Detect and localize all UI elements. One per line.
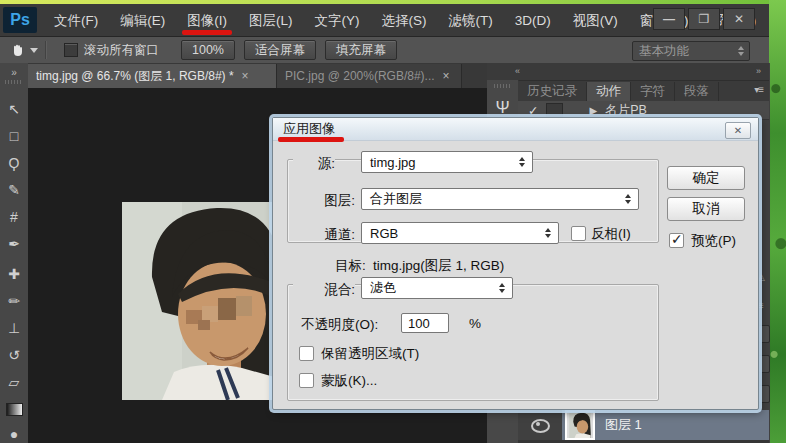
panel-edge-button[interactable]	[758, 325, 770, 343]
eraser-tool[interactable]: ▱	[0, 369, 28, 395]
menu-file[interactable]: 文件(F)	[43, 5, 109, 36]
healing-brush-tool[interactable]: ✚	[0, 261, 28, 287]
apply-image-dialog: 应用图像 ✕ 源: timg.jpg 图层: 合并图层 通道: RGB 反相(I…	[272, 117, 759, 410]
layer-visibility-cell[interactable]	[518, 410, 562, 441]
gradient-swatch-icon	[6, 403, 23, 416]
history-brush-tool[interactable]: ↺	[0, 342, 28, 368]
tab-close-icon[interactable]: ×	[443, 69, 450, 83]
document-photo	[122, 202, 285, 400]
dialog-title: 应用图像	[283, 120, 335, 138]
panel-dock-header: « »	[487, 63, 769, 81]
tab-title: PIC.jpg @ 200%(RGB/8#)...	[285, 69, 435, 83]
mask-label: 蒙版(K)...	[321, 372, 377, 390]
collapse-arrows-icon: »	[11, 67, 17, 78]
menu-filter[interactable]: 滤镜(T)	[438, 5, 504, 36]
target-label: 目标:	[335, 257, 366, 275]
fill-screen-button[interactable]: 填充屏幕	[325, 40, 397, 60]
ok-button[interactable]: 确定	[667, 166, 745, 190]
lasso-tool[interactable]: Ϙ	[0, 150, 28, 176]
channel-label: 通道:	[293, 226, 355, 244]
preview-checkbox[interactable]	[669, 233, 684, 248]
desktop-wallpaper-strip	[769, 0, 786, 443]
action-set-name: 名片PB	[605, 102, 647, 119]
brush-tool[interactable]: ✏	[0, 288, 28, 314]
gradient-tool[interactable]	[0, 396, 28, 422]
tab-title: timg.jpg @ 66.7% (图层 1, RGB/8#) *	[36, 68, 234, 85]
action-check-icon[interactable]: ✓	[528, 103, 538, 118]
document-tab-timg[interactable]: timg.jpg @ 66.7% (图层 1, RGB/8#) * ×	[28, 64, 277, 88]
opacity-input[interactable]	[401, 313, 449, 333]
menu-image[interactable]: 图像(I)	[176, 5, 238, 36]
close-button[interactable]: ✕	[723, 8, 755, 30]
tab-character[interactable]: 字符	[631, 82, 675, 101]
dialog-title-bar[interactable]: 应用图像	[273, 118, 758, 141]
panel-menu-icon[interactable]: ▾≡	[754, 84, 763, 95]
cancel-button[interactable]: 取消	[667, 197, 745, 221]
clone-stamp-tool[interactable]: ⊥	[0, 315, 28, 341]
quick-selection-tool[interactable]: ✎	[0, 177, 28, 203]
panel-tab-bar: 历史记录 动作 字符 段落 ▾≡	[518, 81, 769, 101]
expand-triangle-icon[interactable]: ▶	[589, 105, 597, 116]
action-dialog-toggle[interactable]	[546, 103, 563, 117]
menu-edit[interactable]: 编辑(E)	[109, 5, 176, 36]
tab-close-icon[interactable]: ×	[242, 69, 249, 83]
tab-paragraph[interactable]: 段落	[675, 82, 719, 101]
layer-row-selected[interactable]: 图层 1	[562, 410, 769, 440]
maximize-button[interactable]: ❐	[688, 8, 720, 30]
blend-select[interactable]: 滤色	[361, 277, 513, 299]
scroll-all-windows-checkbox[interactable]	[64, 43, 78, 57]
fit-screen-button[interactable]: 适合屏幕	[244, 40, 316, 60]
marquee-tool[interactable]: □	[0, 123, 28, 149]
spinner-icon	[545, 228, 551, 238]
dialog-close-button[interactable]: ✕	[725, 122, 751, 139]
filter-icon[interactable]: ◬	[758, 272, 765, 282]
red-annotation-underline	[182, 30, 232, 35]
tool-palette: ↖ □ Ϙ ✎ # ✒ ✚ ✏ ⊥ ↺ ▱ ●	[0, 88, 29, 443]
menu-select[interactable]: 选择(S)	[371, 5, 438, 36]
preserve-transparency-checkbox[interactable]	[299, 346, 314, 361]
layer-label: 图层:	[293, 192, 355, 210]
panel-edge-button[interactable]	[758, 385, 770, 403]
collapse-right-icon[interactable]: »	[756, 66, 761, 76]
hand-icon	[10, 42, 26, 58]
toolbar-collapse[interactable]: »	[0, 63, 28, 89]
invert-checkbox[interactable]	[571, 226, 586, 241]
photoshop-logo: Ps	[3, 7, 37, 33]
opacity-unit: %	[469, 316, 481, 331]
panel-edge-button[interactable]	[758, 355, 770, 373]
tab-actions[interactable]: 动作	[587, 82, 631, 101]
menu-bar: Ps 文件(F) 编辑(E) 图像(I) 图层(L) 文字(Y) 选择(S) 滤…	[0, 4, 769, 37]
grip-texture	[5, 80, 23, 84]
menu-3d[interactable]: 3D(D)	[504, 5, 562, 36]
hand-tool-preset[interactable]	[10, 42, 38, 58]
eyedropper-tool[interactable]: ✒	[0, 231, 28, 257]
document-tab-pic[interactable]: PIC.jpg @ 200%(RGB/8#)... ×	[277, 64, 462, 88]
layer-select[interactable]: 合并图层	[361, 188, 639, 210]
menu-view[interactable]: 视图(V)	[562, 5, 629, 36]
blend-value: 滤色	[370, 279, 396, 297]
move-tool[interactable]: ↖	[0, 96, 28, 122]
menu-layer[interactable]: 图层(L)	[238, 5, 304, 36]
preserve-transparency-label: 保留透明区域(T)	[321, 345, 419, 363]
invert-label: 反相(I)	[591, 225, 631, 243]
source-select[interactable]: timg.jpg	[361, 151, 533, 173]
chevron-down-icon	[30, 48, 38, 53]
document-tab-bar: timg.jpg @ 66.7% (图层 1, RGB/8#) * × PIC.…	[28, 63, 487, 89]
channel-select[interactable]: RGB	[361, 222, 559, 244]
panel-icon[interactable]: Ψ	[487, 98, 518, 118]
workspace-switcher[interactable]: 基本功能	[632, 41, 750, 61]
target-value: timg.jpg(图层 1, RGB)	[373, 257, 504, 275]
zoom-100-button[interactable]: 100%	[181, 40, 235, 60]
channel-value: RGB	[370, 226, 398, 241]
tab-history[interactable]: 历史记录	[518, 82, 587, 101]
source-label: 源:	[293, 155, 335, 173]
minimize-button[interactable]: —	[653, 8, 685, 30]
spinner-icon	[519, 157, 525, 167]
preview-label: 预览(P)	[691, 232, 736, 250]
blur-tool[interactable]: ●	[0, 421, 28, 443]
crop-tool[interactable]: #	[0, 204, 28, 230]
menu-type[interactable]: 文字(Y)	[304, 5, 371, 36]
collapse-left-icon[interactable]: «	[515, 66, 520, 76]
workspace-label: 基本功能	[639, 43, 689, 60]
mask-checkbox[interactable]	[299, 373, 314, 388]
